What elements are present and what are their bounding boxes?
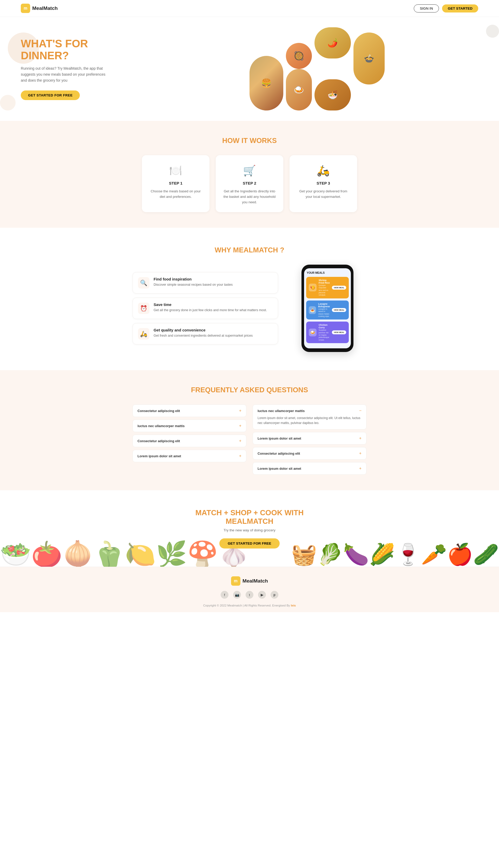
social-icon-instagram[interactable]: 📷 [233, 591, 241, 599]
faq-left-question-4: Lorem ipsum dolor sit amet [137, 454, 181, 458]
footer: m MealMatch f📷t▶𝐩 Copyright © 2022 Mealm… [0, 567, 499, 612]
food-image-1: 🍔 [250, 56, 283, 110]
signin-button[interactable]: SIGN IN [414, 4, 439, 12]
faq-right-expand-icon-2: + [359, 436, 362, 441]
feature-card-3: 🛵 Get quality and convenience Get fresh … [133, 323, 278, 345]
step-label-3: STEP 3 [297, 181, 350, 185]
faq-right-expand-icon-1: − [359, 408, 362, 413]
hero-section: WHAT'S FOR DINNER? Running out of ideas?… [0, 17, 499, 121]
food-image-6: 🍲 [353, 33, 385, 84]
phone-mockup: YOUR MEALS 🍤 Shrimp Fried Rice Quisque v… [302, 265, 353, 352]
step-card-2: 🛒 STEP 2 Get all the Ingredients directl… [216, 155, 283, 212]
feature-icon-2: ⏰ [138, 303, 149, 314]
faq-right-item-4[interactable]: Lorem ipsum dolor sit amet + [253, 462, 366, 475]
meal-info-1: Shrimp Fried Rice Quisque vulputate arcu… [319, 279, 330, 296]
getstarted-nav-button[interactable]: GET STARTED [442, 4, 478, 12]
faq-right-item-1[interactable]: luctus nec ullamcorper mattis − Lorem ip… [253, 405, 366, 430]
footer-logo-icon: m [231, 576, 240, 586]
feature-text-3: Get quality and convenience Get fresh an… [154, 328, 253, 338]
nav-actions: SIGN IN GET STARTED [414, 4, 478, 12]
faq-left-expand-icon-3: + [239, 438, 241, 443]
step-desc-1: Choose the meals based on your diet and … [149, 189, 202, 200]
phone-meal-card-2: 🍝 Lasagne Bolognese Lasagne is raised in… [306, 301, 349, 320]
social-icon-facebook[interactable]: f [221, 591, 229, 599]
faq-right-question-1: luctus nec ullamcorper mattis [258, 409, 305, 413]
feature-text-2: Save time Get all the grocery done in ju… [154, 303, 267, 313]
phone-screen: YOUR MEALS 🍤 Shrimp Fried Rice Quisque v… [304, 268, 351, 348]
social-icon-pinterest[interactable]: 𝐩 [270, 591, 278, 599]
faq-left-expand-icon-1: + [239, 408, 241, 413]
how-it-works-section: HOW IT WORKS 🍽️ STEP 1 Choose the meals … [0, 121, 499, 228]
feature-text-1: Find food inspiration Discover simple se… [154, 277, 233, 287]
faq-col-right: luctus nec ullamcorper mattis − Lorem ip… [253, 405, 366, 475]
feature-title-2: Save time [154, 303, 267, 307]
why-inner: 🔍 Find food inspiration Discover simple … [133, 265, 366, 352]
faq-right-expand-icon-3: + [359, 451, 362, 456]
feature-icon-3: 🛵 [138, 328, 149, 339]
step-label-1: STEP 1 [149, 181, 202, 185]
feature-desc-3: Get fresh and convenient ingredients del… [154, 333, 253, 338]
meal-btn-2[interactable]: VIEW MEAL [332, 308, 346, 312]
cta-button[interactable]: GET STARTED FOR FREE [219, 538, 279, 548]
feature-title-1: Find food inspiration [154, 277, 233, 281]
feature-title-3: Get quality and convenience [154, 328, 253, 332]
feature-desc-2: Get all the grocery done in just few cli… [154, 308, 267, 313]
meal-desc-2: Lasagne is raised in classic Italian coo… [318, 308, 330, 317]
faq-left-expand-icon-4: + [239, 454, 241, 458]
steps-grid: 🍽️ STEP 1 Choose the meals based on your… [21, 155, 478, 212]
phone-meals: 🍤 Shrimp Fried Rice Quisque vulputate ar… [306, 277, 349, 343]
why-title: WHY MEALMATCH ? [21, 246, 478, 254]
meal-title-3: Chicken Curry [319, 324, 330, 329]
faq-right-item-2[interactable]: Lorem ipsum dolor sit amet + [253, 432, 366, 445]
footer-socials: f📷t▶𝐩 [21, 591, 478, 599]
hero-deco-circle-left2 [0, 95, 16, 110]
faq-grid: Consectetur adipiscing elit + luctus nec… [133, 405, 366, 475]
faq-left-item-2[interactable]: luctus nec ullamcorper mattis + [133, 420, 246, 432]
faq-left-expand-icon-2: + [239, 423, 241, 428]
hero-deco-circle-right [486, 25, 499, 38]
faq-left-item-1[interactable]: Consectetur adipiscing elit + [133, 405, 246, 417]
faq-right-question-2: Lorem ipsum dolor sit amet [258, 436, 301, 441]
meal-thumb-3: 🍛 [309, 329, 317, 336]
faq-left-item-4[interactable]: Lorem ipsum dolor sit amet + [133, 450, 246, 462]
faq-left-item-3[interactable]: Consectetur adipiscing elit + [133, 435, 246, 447]
food-image-5: 🍜 [315, 79, 351, 110]
why-phone: YOUR MEALS 🍤 Shrimp Fried Rice Quisque v… [289, 265, 366, 352]
meal-btn-3[interactable]: VIEW MEAL [332, 330, 346, 334]
hero-cta-button[interactable]: GET STARTED FOR FREE [21, 91, 80, 100]
faq-right-item-3[interactable]: Consectetur adipiscing elit + [253, 447, 366, 460]
meal-btn-1[interactable]: VIEW MEAL [332, 286, 346, 290]
footer-credit-link[interactable]: leis [291, 604, 296, 607]
meal-thumb-2: 🍝 [309, 306, 316, 314]
faq-col-left: Consectetur adipiscing elit + luctus nec… [133, 405, 246, 475]
faq-right-question-4: Lorem ipsum dolor sit amet [258, 467, 301, 471]
meal-info-2: Lasagne Bolognese Lasagne is raised in c… [318, 303, 330, 317]
feature-desc-1: Discover simple seasonal recipes based o… [154, 282, 233, 287]
feature-icon-1: 🔍 [138, 277, 149, 289]
cta-right-decoration: 🧺🥬🍆🌽🍷🥕🍎🥒 [291, 542, 499, 567]
faq-section: FREQUENTLY ASKED QUESTIONS Consectetur a… [0, 370, 499, 490]
step-icon-1: 🍽️ [149, 165, 202, 177]
step-card-1: 🍽️ STEP 1 Choose the meals based on your… [142, 155, 209, 212]
social-icon-twitter[interactable]: t [246, 591, 253, 599]
step-card-3: 🛵 STEP 3 Get your grocery delivered from… [290, 155, 357, 212]
hero-images: 🍔 🥘 🍛 🌶️ 🍜 🍲 [250, 27, 478, 110]
cta-section: 🥗🍅🧅🫑🍋🌿🍄🧄 MATCH + SHOP + COOK WITH MEALMA… [0, 490, 499, 567]
brand-name: MealMatch [32, 5, 58, 11]
nav-logo: m MealMatch [21, 4, 58, 13]
cta-headline: MATCH + SHOP + COOK WITH MEALMATCH [195, 508, 304, 526]
faq-left-question-3: Consectetur adipiscing elit [137, 439, 180, 443]
step-icon-3: 🛵 [297, 165, 350, 177]
food-image-2: 🥘 [286, 43, 312, 69]
food-image-4: 🌶️ [315, 27, 351, 59]
hero-headline: WHAT'S FOR DINNER? [21, 38, 250, 62]
logo-icon: m [21, 4, 30, 13]
phone-meals-header: YOUR MEALS [306, 272, 349, 274]
meal-info-3: Chicken Curry Suspisse pulvinar nisi ut … [319, 324, 330, 341]
faq-right-expand-icon-4: + [359, 466, 362, 471]
meal-thumb-1: 🍤 [309, 284, 317, 291]
step-desc-3: Get your grocery delivered from your loc… [297, 189, 350, 200]
meal-desc-3: Suspisse pulvinar nisi ut magna pellente… [319, 329, 330, 341]
social-icon-youtube[interactable]: ▶ [258, 591, 266, 599]
meal-title-2: Lasagne Bolognese [318, 303, 330, 308]
